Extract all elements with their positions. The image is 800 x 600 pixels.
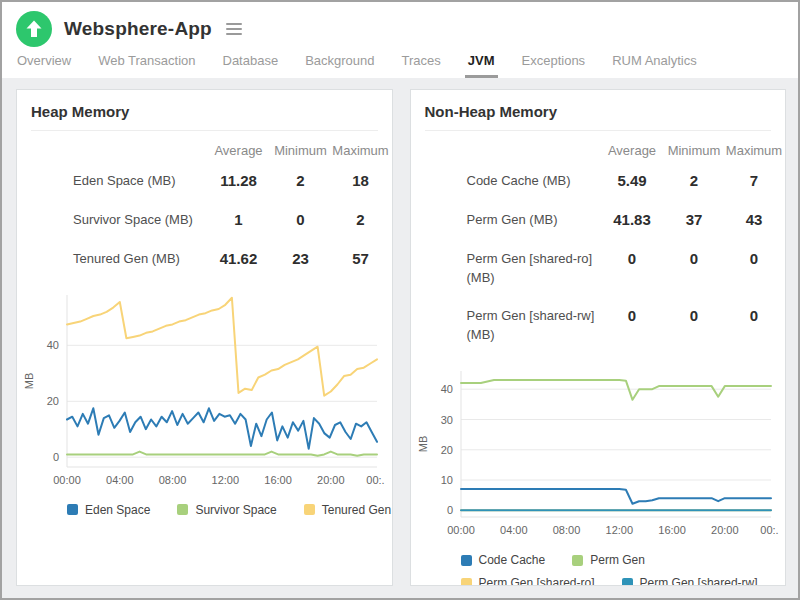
metric-value: 2 (663, 172, 725, 189)
metric-value: 7 (725, 172, 783, 189)
svg-text:40: 40 (47, 339, 59, 351)
legend-swatch-icon (461, 555, 472, 566)
table-row: Survivor Space (MB)102 (31, 201, 390, 240)
non-heap-memory-chart[interactable]: 01020304000:0004:0008:0012:0016:0020:000… (411, 355, 786, 543)
tab-traces[interactable]: Traces (399, 49, 444, 78)
metric-value: 57 (332, 250, 390, 267)
tab-rum-analytics[interactable]: RUM Analytics (609, 49, 700, 78)
table-header-row: AverageMinimumMaximum (425, 135, 784, 162)
legend-item-code-cache[interactable]: Code Cache (461, 553, 546, 567)
svg-text:0: 0 (446, 504, 452, 516)
metric-value: 11.28 (208, 172, 270, 189)
tab-database[interactable]: Database (220, 49, 282, 78)
table-row: Tenured Gen (MB)41.622357 (31, 240, 390, 279)
metric-label: Perm Gen (MB) (425, 211, 602, 230)
metric-value: 41.62 (208, 250, 270, 267)
non-heap-memory-table: AverageMinimumMaximumCode Cache (MB)5.49… (411, 131, 786, 355)
svg-text:00:00: 00:00 (447, 524, 475, 536)
metric-value: 1 (208, 211, 270, 228)
table-row: Perm Gen (MB)41.833743 (425, 201, 784, 240)
metric-label: Code Cache (MB) (425, 172, 602, 191)
legend-item-perm-gen[interactable]: Perm Gen (572, 553, 645, 567)
legend-item-eden-space[interactable]: Eden Space (67, 503, 150, 517)
table-row: Eden Space (MB)11.28218 (31, 162, 390, 201)
svg-text:00:00: 00:00 (53, 474, 81, 486)
tab-overview[interactable]: Overview (14, 49, 74, 78)
svg-text:30: 30 (440, 414, 452, 426)
arrow-up-icon (16, 11, 52, 47)
column-header-minimum: Minimum (663, 143, 725, 158)
metric-value: 0 (725, 250, 783, 267)
svg-text:00:..: 00:.. (366, 474, 385, 486)
tab-exceptions[interactable]: Exceptions (519, 49, 589, 78)
svg-text:16:00: 16:00 (264, 474, 292, 486)
legend-row: Perm Gen [shared-ro]Perm Gen [shared-rw] (461, 576, 786, 586)
column-header-average: Average (601, 143, 663, 158)
panel-title: Heap Memory (17, 90, 392, 130)
heap-memory-chart[interactable]: 0204000:0004:0008:0012:0016:0020:0000:..… (17, 279, 392, 493)
metric-value: 5.49 (601, 172, 663, 189)
app-header: Websphere-App (2, 2, 798, 48)
legend-item-perm-gen-shared-rw[interactable]: Perm Gen [shared-rw] (622, 576, 758, 586)
svg-text:20: 20 (47, 395, 59, 407)
non-heap-memory-panel: Non-Heap Memory AverageMinimumMaximumCod… (410, 89, 787, 586)
tab-bar: OverviewWeb TransactionDatabaseBackgroun… (2, 48, 798, 78)
legend-item-perm-gen-shared-ro[interactable]: Perm Gen [shared-ro] (461, 576, 595, 586)
hamburger-menu-icon[interactable] (223, 20, 245, 38)
legend-label: Tenured Gen (322, 503, 391, 517)
metric-label: Perm Gen [shared-ro] (MB) (425, 250, 602, 288)
legend-swatch-icon (177, 504, 188, 515)
svg-text:08:00: 08:00 (552, 524, 580, 536)
metric-value: 37 (663, 211, 725, 228)
column-header-maximum: Maximum (332, 143, 390, 158)
app-status-icon (16, 11, 52, 47)
metric-value: 2 (270, 172, 332, 189)
heap-memory-table: AverageMinimumMaximumEden Space (MB)11.2… (17, 131, 392, 279)
metric-label: Survivor Space (MB) (31, 211, 208, 230)
tab-background[interactable]: Background (302, 49, 377, 78)
legend-swatch-icon (304, 504, 315, 515)
svg-text:MB: MB (23, 372, 35, 389)
svg-text:10: 10 (440, 474, 452, 486)
legend-label: Code Cache (479, 553, 546, 567)
non-heap-memory-legend: Code CachePerm GenPerm Gen [shared-ro]Pe… (411, 543, 786, 586)
metric-value: 0 (601, 250, 663, 267)
content-area: Heap Memory AverageMinimumMaximumEden Sp… (2, 78, 798, 598)
metric-value: 2 (332, 211, 390, 228)
metric-value: 0 (270, 211, 332, 228)
svg-text:20:00: 20:00 (317, 474, 345, 486)
legend-label: Survivor Space (195, 503, 276, 517)
legend-label: Perm Gen (590, 553, 645, 567)
heap-memory-legend: Eden SpaceSurvivor SpaceTenured Gen (17, 493, 392, 517)
legend-item-survivor-space[interactable]: Survivor Space (177, 503, 276, 517)
svg-text:MB: MB (417, 436, 429, 453)
legend-item-tenured-gen[interactable]: Tenured Gen (304, 503, 391, 517)
table-row: Perm Gen [shared-rw] (MB)000 (425, 297, 784, 355)
heap-memory-panel: Heap Memory AverageMinimumMaximumEden Sp… (16, 89, 393, 586)
svg-text:40: 40 (440, 383, 452, 395)
metric-value: 43 (725, 211, 783, 228)
metric-value: 18 (332, 172, 390, 189)
svg-text:12:00: 12:00 (605, 524, 633, 536)
metric-value: 23 (270, 250, 332, 267)
legend-label: Perm Gen [shared-ro] (479, 576, 595, 586)
legend-swatch-icon (572, 555, 583, 566)
svg-text:04:00: 04:00 (500, 524, 528, 536)
column-header-average: Average (208, 143, 270, 158)
svg-text:20: 20 (440, 444, 452, 456)
legend-row: Eden SpaceSurvivor SpaceTenured Gen (67, 503, 392, 517)
svg-text:04:00: 04:00 (106, 474, 134, 486)
legend-swatch-icon (622, 578, 633, 586)
legend-swatch-icon (461, 578, 472, 586)
table-header-row: AverageMinimumMaximum (31, 135, 390, 162)
metric-label: Perm Gen [shared-rw] (MB) (425, 307, 602, 345)
svg-text:08:00: 08:00 (159, 474, 187, 486)
table-row: Code Cache (MB)5.4927 (425, 162, 784, 201)
svg-text:00:..: 00:.. (760, 524, 779, 536)
legend-label: Eden Space (85, 503, 150, 517)
svg-text:12:00: 12:00 (212, 474, 240, 486)
tab-jvm[interactable]: JVM (465, 49, 498, 78)
legend-label: Perm Gen [shared-rw] (640, 576, 758, 586)
tab-web-transaction[interactable]: Web Transaction (95, 49, 198, 78)
metric-value: 0 (663, 250, 725, 267)
